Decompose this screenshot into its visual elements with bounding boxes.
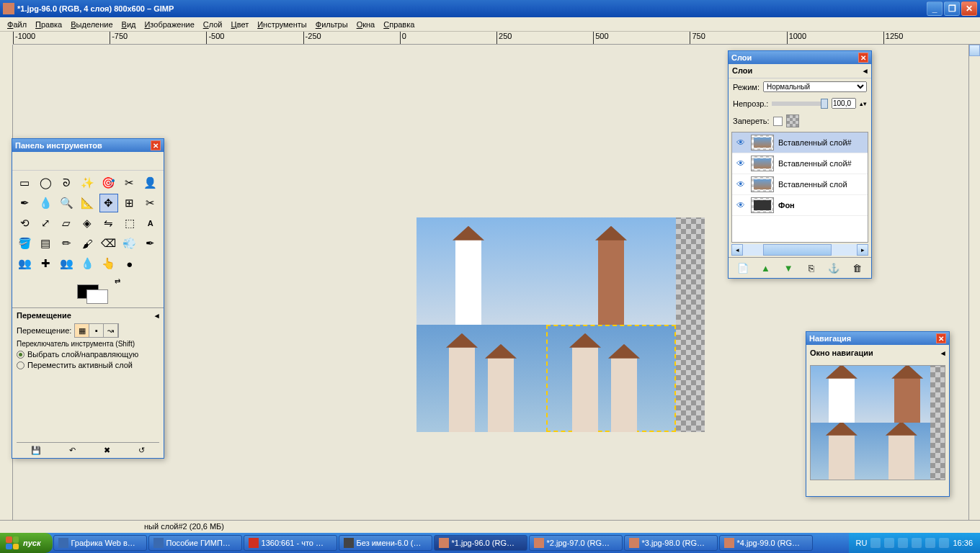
vertical-scrollbar[interactable] [968, 45, 980, 533]
tray-icon[interactable] [898, 538, 908, 548]
rect-select-tool[interactable]: ▭ [15, 174, 34, 192]
eye-icon[interactable]: 👁 [735, 180, 747, 189]
wand-tool[interactable]: ✨ [78, 174, 97, 192]
menu-color[interactable]: Цвет [227, 19, 254, 30]
move-tool[interactable]: ✥ [99, 194, 118, 212]
eye-icon[interactable]: 👁 [735, 138, 747, 147]
smudge-tool[interactable]: 👆 [99, 254, 118, 273]
bg-color[interactable] [86, 289, 108, 304]
anchor-layer-icon[interactable]: ⚓ [827, 261, 841, 275]
tray-icon[interactable] [925, 538, 935, 548]
menu-help[interactable]: Справка [379, 19, 419, 30]
eraser-tool[interactable]: ⌫ [99, 234, 118, 253]
raise-layer-icon[interactable]: ▲ [758, 261, 772, 275]
delete-layer-icon[interactable]: 🗑 [850, 261, 864, 275]
layer-item[interactable]: 👁Вставленный слой# [732, 153, 868, 174]
task-item[interactable]: *2.jpg-97.0 (RG… [529, 535, 623, 551]
menu-layer[interactable]: Слой [199, 19, 227, 30]
start-button[interactable]: пуск [0, 533, 53, 553]
ink-tool[interactable]: ✒ [141, 234, 160, 253]
task-item[interactable]: *3.jpg-98.0 (RG… [624, 535, 718, 551]
menu-icon[interactable]: ◂ [863, 66, 868, 76]
clone-tool[interactable]: 👥 [15, 254, 34, 273]
cage-tool[interactable]: ⬚ [120, 214, 139, 233]
tray-icon[interactable] [870, 538, 881, 548]
crop-tool[interactable]: ✂ [141, 194, 160, 212]
gradient-tool[interactable]: ▤ [36, 234, 55, 253]
tray-icon[interactable] [939, 538, 949, 548]
navigation-panel[interactable]: Навигация ✕ Окно навигации◂ [806, 331, 950, 497]
lock-alpha[interactable] [786, 114, 799, 127]
tray-icon[interactable] [884, 538, 894, 548]
menu-image[interactable]: Изображение [140, 19, 198, 30]
new-layer-icon[interactable]: 📄 [736, 261, 750, 275]
close-icon[interactable]: ✕ [858, 53, 868, 63]
reset-icon[interactable]: ↺ [138, 446, 145, 455]
measure-tool[interactable]: 📐 [78, 194, 97, 212]
menu-file[interactable]: Файл [3, 19, 31, 30]
close-icon[interactable]: ✕ [936, 333, 946, 343]
save-icon[interactable]: 💾 [31, 446, 41, 455]
close-icon[interactable]: ✕ [151, 140, 161, 150]
radio-move-active[interactable] [17, 361, 24, 369]
heal-tool[interactable]: ✚ [36, 254, 55, 273]
flip-tool[interactable]: ⇋ [99, 214, 118, 233]
layer-item[interactable]: 👁Вставленный слой [732, 174, 868, 195]
lock-pixels[interactable] [773, 117, 783, 126]
rotate-tool[interactable]: ⟲ [15, 214, 34, 233]
fg-select-tool[interactable]: 👤 [141, 174, 160, 192]
menu-select[interactable]: Выделение [66, 19, 117, 30]
menu-filters[interactable]: Фильтры [311, 19, 352, 30]
eye-icon[interactable]: 👁 [735, 159, 747, 168]
scissors-tool[interactable]: ✂ [120, 174, 139, 192]
brush-tool[interactable]: 🖌 [78, 234, 97, 253]
layer-hscroll[interactable]: ◂▸ [731, 244, 868, 256]
opacity-slider[interactable] [772, 102, 828, 106]
lasso-tool[interactable]: ᘐ [57, 174, 76, 192]
task-item[interactable]: Графика Web в… [53, 535, 147, 551]
collapse-icon[interactable]: ◂ [941, 349, 945, 358]
selected-layer[interactable] [546, 325, 676, 432]
maximize-button[interactable]: ❐ [944, 1, 960, 16]
text-tool[interactable]: A [141, 214, 160, 233]
revert-icon[interactable]: ↶ [69, 446, 76, 455]
duplicate-layer-icon[interactable]: ⎘ [804, 261, 819, 275]
task-item[interactable]: Пособие ГИМП… [148, 535, 242, 551]
task-item[interactable]: *4.jpg-99.0 (RG… [719, 535, 813, 551]
radio-pick-layer[interactable] [17, 351, 24, 359]
perspective-tool[interactable]: ◈ [78, 214, 97, 233]
ellipse-select-tool[interactable]: ◯ [36, 174, 55, 192]
minimize-button[interactable]: _ [927, 1, 943, 16]
toolbox-title[interactable]: Панель инструментов [15, 141, 151, 150]
zoom-tool[interactable]: 🔍 [57, 194, 76, 212]
align-tool[interactable]: ⊞ [120, 194, 139, 212]
close-button[interactable]: ✕ [961, 1, 977, 16]
perspective-clone-tool[interactable]: 👥 [57, 254, 76, 273]
menu-edit[interactable]: Правка [31, 19, 66, 30]
delete-icon[interactable]: ✖ [104, 446, 110, 455]
toolbox-panel[interactable]: Панель инструментов ✕ ▭ ◯ ᘐ ✨ 🎯 ✂ 👤 ✒ 💧 … [12, 138, 164, 459]
color-picker-tool[interactable]: 💧 [36, 194, 55, 212]
clock[interactable]: 16:36 [953, 539, 973, 547]
mode-select[interactable]: Нормальный [763, 81, 867, 92]
eye-icon[interactable]: 👁 [735, 201, 747, 210]
blur-tool[interactable]: 💧 [78, 254, 97, 273]
color-selector[interactable]: ⇄ [12, 276, 164, 307]
menu-windows[interactable]: Окна [352, 19, 380, 30]
collapse-icon[interactable]: ◂ [155, 311, 159, 320]
task-item[interactable]: *1.jpg-96.0 (RG… [434, 535, 527, 551]
opacity-input[interactable] [832, 98, 856, 109]
move-mode-buttons[interactable]: ▦▪↝ [74, 323, 119, 338]
airbrush-tool[interactable]: 💨 [120, 234, 139, 253]
paths-tool[interactable]: ✒ [15, 194, 34, 212]
tray-icon[interactable] [912, 538, 922, 548]
menu-view[interactable]: Вид [117, 19, 141, 30]
layer-item[interactable]: 👁Фон [732, 195, 868, 216]
dodge-tool[interactable]: ● [120, 254, 139, 273]
working-image[interactable] [416, 217, 705, 432]
task-item[interactable]: Без имени-6.0 (… [339, 535, 432, 551]
scale-tool[interactable]: ⤢ [36, 214, 55, 233]
lang-indicator[interactable]: RU [856, 539, 868, 547]
layer-item[interactable]: 👁Вставленный слой# [732, 132, 868, 153]
color-select-tool[interactable]: 🎯 [99, 174, 118, 192]
